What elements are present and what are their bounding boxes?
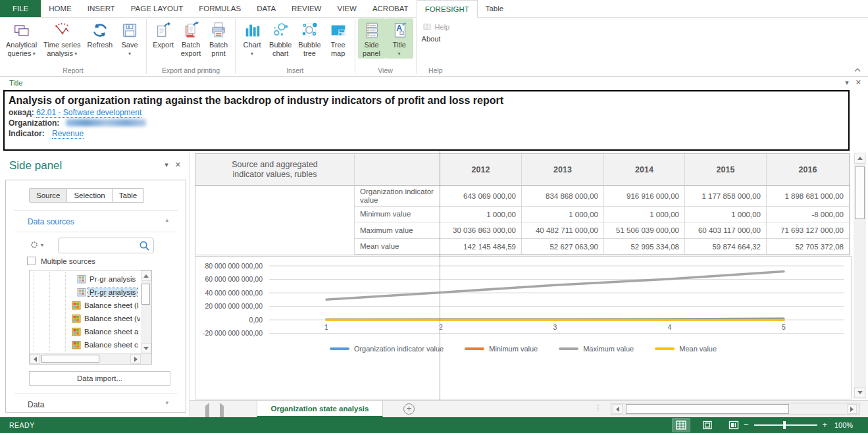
- scroll-left-button[interactable]: [613, 404, 623, 414]
- side-panel-label: Sidepanel: [363, 41, 380, 58]
- bubble-tree-button[interactable]: Bubbletree: [295, 18, 324, 59]
- ribbon-tab-view[interactable]: VIEW: [329, 0, 364, 17]
- table-value-cell: 834 868 000,00: [522, 186, 604, 207]
- scroll-thumb[interactable]: [141, 284, 150, 305]
- source-item[interactable]: Balance sheet c: [30, 338, 140, 351]
- ribbon-tab-table[interactable]: Table: [478, 0, 512, 17]
- tabbar-resize-handle[interactable]: ⋮: [594, 403, 602, 413]
- help-button[interactable]: Help: [419, 20, 453, 34]
- ribbon-tab-review[interactable]: REVIEW: [284, 0, 329, 17]
- side-panel-close-icon[interactable]: ✕: [175, 161, 181, 169]
- data-sources-section-header[interactable]: Data sources ▴: [14, 210, 178, 232]
- time-series-analysis-button[interactable]: Time seriesanalysis ▾: [40, 18, 84, 59]
- dropdown-arrow-icon: ▾: [398, 51, 401, 57]
- scroll-right-button[interactable]: [847, 404, 857, 414]
- source-item[interactable]: Balance sheet (l: [30, 299, 140, 312]
- side-panel-title: Side panel: [9, 159, 62, 172]
- collapse-down-icon[interactable]: ▾: [165, 399, 168, 406]
- title-panel-collapse-icon[interactable]: ▾: [845, 78, 849, 87]
- title-panel-close-icon[interactable]: ✕: [855, 78, 861, 87]
- scroll-thumb[interactable]: [41, 355, 99, 363]
- scroll-up-button[interactable]: [141, 270, 151, 281]
- add-sheet-button[interactable]: +: [403, 403, 415, 415]
- data-import-button[interactable]: Data import...: [29, 371, 170, 386]
- zoom-level-value[interactable]: 100%: [834, 421, 853, 429]
- scroll-thumb[interactable]: [626, 404, 789, 414]
- analytical-queries-button[interactable]: Analyticalqueries ▾: [3, 18, 40, 59]
- ribbon-tab-page-layout[interactable]: PAGE LAYOUT: [123, 0, 191, 17]
- side-panel-tab-source[interactable]: Source: [29, 188, 67, 203]
- ribbon-tab-home[interactable]: HOME: [41, 0, 80, 17]
- side-panel-tab-selection[interactable]: Selection: [67, 188, 112, 203]
- scroll-thumb[interactable]: [855, 166, 865, 219]
- about-button[interactable]: About: [419, 34, 444, 44]
- batch-export-button[interactable]: Batchexport: [177, 18, 205, 59]
- ribbon-tab-data[interactable]: DATA: [249, 0, 284, 17]
- application-window: FILE HOMEINSERTPAGE LAYOUTFORMULASDATARE…: [0, 0, 868, 433]
- side-panel-collapse-icon[interactable]: ▾: [165, 161, 168, 169]
- indicator-chart: 80 000 000 000,0060 000 000 000,0040 000…: [195, 256, 852, 399]
- search-icon[interactable]: [139, 240, 150, 254]
- normal-view-button[interactable]: [673, 419, 690, 432]
- tree-horizontal-scrollbar[interactable]: [30, 353, 151, 364]
- tree-map-button[interactable]: Treemap: [324, 18, 352, 59]
- zoom-slider[interactable]: [754, 421, 817, 429]
- export-button[interactable]: Export: [149, 18, 177, 50]
- ribbon-tab-foresight[interactable]: FORESIGHT: [417, 0, 478, 18]
- table-value-cell: 1 000,00: [522, 207, 604, 222]
- batch-print-button[interactable]: Batchprint: [205, 18, 232, 59]
- scroll-right-button[interactable]: [130, 354, 141, 364]
- source-item[interactable]: Balance sheet (v: [30, 312, 140, 325]
- data-section-header[interactable]: Data ▾: [14, 394, 178, 412]
- title-button[interactable]: ATitle▾: [386, 18, 413, 59]
- source-item[interactable]: Pr-gr analysis: [30, 286, 140, 299]
- cube-color-icon: [72, 301, 81, 310]
- sheet-horizontal-scrollbar[interactable]: [611, 403, 859, 415]
- source-item[interactable]: Pr-gr analysis: [30, 272, 140, 286]
- search-input[interactable]: [63, 240, 136, 251]
- side-panel-tab-table[interactable]: Table: [113, 188, 145, 203]
- previous-sheet-button[interactable]: [205, 406, 209, 418]
- zoom-in-button[interactable]: +: [823, 421, 828, 429]
- scroll-left-button[interactable]: [30, 354, 40, 364]
- tree-map-label: Treemap: [330, 41, 345, 58]
- ribbon-tab-formulas[interactable]: FORMULAS: [191, 0, 249, 17]
- svg-text:60 000 000 000,00: 60 000 000 000,00: [205, 275, 263, 283]
- ribbon-collapse-button[interactable]: [852, 66, 863, 74]
- time-series-icon: [51, 20, 72, 41]
- scroll-down-button[interactable]: [141, 343, 151, 353]
- refresh-button[interactable]: Refresh: [84, 18, 116, 50]
- ribbon-tab-insert[interactable]: INSERT: [80, 0, 123, 17]
- save-button[interactable]: Save▾: [116, 18, 143, 59]
- source-settings-button[interactable]: ▾: [30, 240, 43, 249]
- ribbon-group-export-and-printing: ExportBatchexportBatchprintExport and pr…: [148, 18, 234, 76]
- bubble-chart-button[interactable]: Bubblechart: [266, 18, 295, 59]
- batch-export-label: Batchexport: [181, 41, 201, 58]
- ribbon-tab-acrobat[interactable]: ACROBAT: [365, 0, 417, 17]
- ribbon-tab-file[interactable]: FILE: [0, 0, 41, 17]
- zoom-slider-thumb[interactable]: [783, 421, 786, 429]
- scroll-down-button[interactable]: [854, 387, 865, 398]
- next-sheet-button[interactable]: [220, 406, 224, 418]
- page-break-view-button[interactable]: [725, 419, 742, 432]
- page-layout-view-button[interactable]: [699, 419, 716, 432]
- table-row-label: Maximum value: [355, 222, 440, 239]
- side-panel-button[interactable]: Sidepanel: [358, 18, 386, 59]
- sheet-tab-active[interactable]: Organization state analysis: [257, 401, 383, 417]
- table-value-cell: 60 403 117 000,00: [685, 222, 767, 239]
- legend-label: Organization indicator value: [354, 345, 444, 353]
- bubble-tree-label: Bubbletree: [298, 41, 320, 58]
- zoom-out-button[interactable]: −: [744, 421, 749, 429]
- tree-vertical-scrollbar[interactable]: [141, 270, 151, 353]
- collapse-up-icon[interactable]: ▴: [165, 216, 168, 223]
- chart-button[interactable]: Chart▾: [238, 18, 266, 59]
- source-item[interactable]: Balance sheet a: [30, 325, 140, 338]
- sheet-vertical-scrollbar[interactable]: [854, 153, 866, 399]
- multiple-sources-checkbox[interactable]: [27, 257, 36, 265]
- source-item-label: Balance sheet c: [83, 341, 140, 349]
- batch-export-icon: [180, 20, 201, 41]
- multiple-sources-row: Multiple sources: [27, 257, 95, 265]
- scroll-up-button[interactable]: [854, 153, 865, 164]
- indicator-link[interactable]: Revenue: [52, 129, 84, 139]
- okved-link[interactable]: 62.01 - Software development: [36, 108, 141, 118]
